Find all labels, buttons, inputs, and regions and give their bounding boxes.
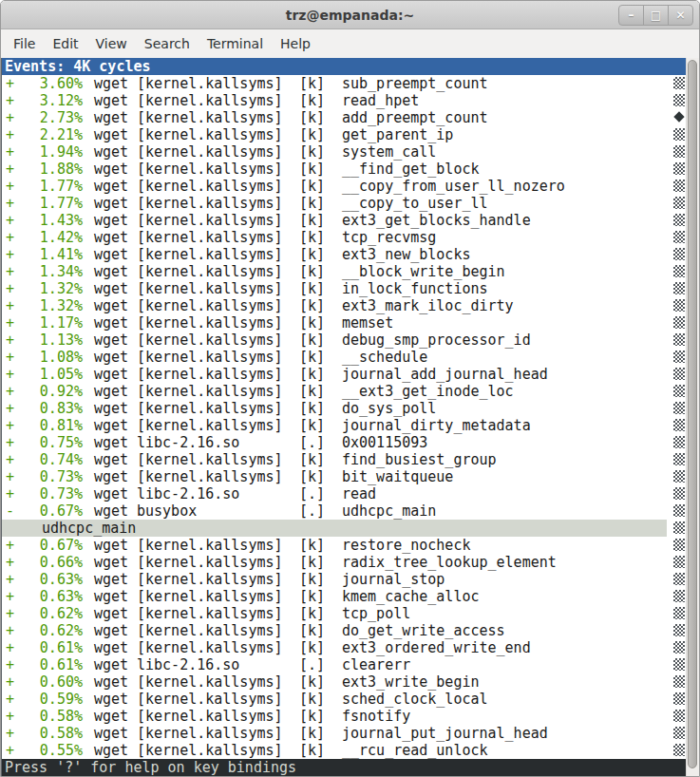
menu-item-help[interactable]: Help xyxy=(272,32,319,55)
expand-marker[interactable]: + xyxy=(6,280,14,297)
expand-marker[interactable]: + xyxy=(6,537,14,554)
expand-marker[interactable]: - xyxy=(6,502,14,520)
expand-marker[interactable]: + xyxy=(6,708,14,725)
expand-marker[interactable]: + xyxy=(6,246,14,263)
expand-marker[interactable]: + xyxy=(6,656,14,673)
expand-marker[interactable]: + xyxy=(6,92,14,109)
expand-marker[interactable]: + xyxy=(6,195,14,212)
perf-row[interactable]: + 0.58% wget [kernel.kallsyms] [k] journ… xyxy=(2,725,687,742)
expand-marker[interactable]: + xyxy=(6,673,14,691)
perf-row[interactable]: + 1.41% wget [kernel.kallsyms] [k] ext3_… xyxy=(2,246,687,263)
overhead-percent: 0.62% xyxy=(14,622,83,639)
expand-marker[interactable]: + xyxy=(6,451,14,468)
perf-row[interactable]: + 1.08% wget [kernel.kallsyms] [k] __sch… xyxy=(2,349,687,366)
symbol-type: [.] xyxy=(299,656,325,673)
overhead-percent: 0.61% xyxy=(14,639,83,656)
expand-marker[interactable]: + xyxy=(6,263,14,280)
perf-row[interactable]: + 1.32% wget [kernel.kallsyms] [k] in_lo… xyxy=(2,280,687,297)
menu-item-edit[interactable]: Edit xyxy=(44,32,86,55)
menu-item-terminal[interactable]: Terminal xyxy=(199,32,272,55)
perf-row[interactable]: + 1.17% wget [kernel.kallsyms] [k] memse… xyxy=(2,314,687,332)
shared-object: [kernel.kallsyms] xyxy=(137,349,282,366)
perf-row[interactable]: + 0.66% wget [kernel.kallsyms] [k] radix… xyxy=(2,554,687,571)
expand-marker[interactable]: + xyxy=(6,366,14,383)
row-scrollbar-thumb-diamond-icon xyxy=(673,111,685,123)
perf-row[interactable]: + 0.92% wget [kernel.kallsyms] [k] __ext… xyxy=(2,383,687,400)
maximize-button[interactable]: □ xyxy=(643,5,669,26)
expand-marker[interactable]: + xyxy=(6,229,14,246)
perf-row[interactable]: + 0.81% wget [kernel.kallsyms] [k] journ… xyxy=(2,417,687,434)
menu-item-search[interactable]: Search xyxy=(136,32,199,55)
expand-marker[interactable]: + xyxy=(6,605,14,622)
perf-row[interactable]: + 1.42% wget [kernel.kallsyms] [k] tcp_r… xyxy=(2,229,687,246)
perf-row[interactable]: + 3.12% wget [kernel.kallsyms] [k] read_… xyxy=(2,92,687,109)
expand-marker[interactable]: + xyxy=(6,434,14,451)
expand-marker[interactable]: + xyxy=(6,588,14,605)
expand-marker[interactable]: + xyxy=(6,639,14,656)
perf-row[interactable]: + 3.60% wget [kernel.kallsyms] [k] sub_p… xyxy=(2,75,687,92)
symbol-type: [k] xyxy=(299,691,325,708)
expand-marker[interactable]: + xyxy=(6,691,14,708)
expand-marker[interactable]: + xyxy=(6,725,14,742)
expand-marker[interactable]: + xyxy=(6,400,14,417)
titlebar[interactable]: trz@empanada:~ –□✕ xyxy=(1,1,699,29)
perf-row[interactable]: + 0.61% wget libc-2.16.so [.] clearerr xyxy=(2,656,687,673)
perf-row[interactable]: + 0.83% wget [kernel.kallsyms] [k] do_sy… xyxy=(2,400,687,417)
perf-row[interactable]: + 0.62% wget [kernel.kallsyms] [k] do_ge… xyxy=(2,622,687,639)
perf-row[interactable]: + 0.73% wget libc-2.16.so [.] read xyxy=(2,485,687,502)
terminal-window: trz@empanada:~ –□✕ FileEditViewSearchTer… xyxy=(0,0,700,777)
perf-child-row[interactable]: udhcpc_main xyxy=(2,520,687,537)
perf-row[interactable]: + 1.43% wget [kernel.kallsyms] [k] ext3_… xyxy=(2,212,687,229)
perf-row[interactable]: + 1.13% wget [kernel.kallsyms] [k] debug… xyxy=(2,332,687,349)
expand-marker[interactable]: + xyxy=(6,297,14,314)
perf-row[interactable]: + 0.67% wget [kernel.kallsyms] [k] resto… xyxy=(2,537,687,554)
perf-row[interactable]: + 2.21% wget [kernel.kallsyms] [k] get_p… xyxy=(2,126,687,143)
shared-object: [kernel.kallsyms] xyxy=(137,691,282,708)
expand-marker[interactable]: + xyxy=(6,126,14,143)
minimize-button[interactable]: – xyxy=(618,5,644,26)
expand-marker[interactable]: + xyxy=(6,75,14,92)
expand-marker[interactable]: + xyxy=(6,554,14,571)
expand-marker[interactable]: + xyxy=(6,143,14,161)
expand-marker[interactable]: + xyxy=(6,622,14,639)
perf-row[interactable]: + 1.88% wget [kernel.kallsyms] [k] __fin… xyxy=(2,161,687,178)
expand-marker[interactable]: + xyxy=(6,332,14,349)
perf-row[interactable]: + 1.32% wget [kernel.kallsyms] [k] ext3_… xyxy=(2,297,687,314)
menu-item-view[interactable]: View xyxy=(87,32,136,55)
perf-row[interactable]: + 0.59% wget [kernel.kallsyms] [k] sched… xyxy=(2,691,687,708)
perf-row[interactable]: + 1.94% wget [kernel.kallsyms] [k] syste… xyxy=(2,143,687,161)
gtk-scrollbar-thumb[interactable] xyxy=(688,60,697,768)
perf-row[interactable]: + 0.61% wget [kernel.kallsyms] [k] ext3_… xyxy=(2,639,687,656)
perf-row[interactable]: + 0.58% wget [kernel.kallsyms] [k] fsnot… xyxy=(2,708,687,725)
expand-marker[interactable]: + xyxy=(6,571,14,588)
perf-row[interactable]: + 0.55% wget [kernel.kallsyms] [k] __rcu… xyxy=(2,742,687,759)
close-button[interactable]: ✕ xyxy=(668,5,693,26)
expand-marker[interactable]: + xyxy=(6,417,14,434)
expand-marker[interactable]: + xyxy=(6,109,14,126)
expand-marker[interactable]: + xyxy=(6,383,14,400)
expand-marker[interactable]: + xyxy=(6,485,14,502)
expand-marker[interactable]: + xyxy=(6,468,14,485)
perf-row[interactable]: - 0.67% wget busybox [.] udhcpc_main xyxy=(2,502,687,520)
expand-marker[interactable]: + xyxy=(6,349,14,366)
perf-row[interactable]: + 1.77% wget [kernel.kallsyms] [k] __cop… xyxy=(2,178,687,195)
expand-marker[interactable]: + xyxy=(6,178,14,195)
perf-row[interactable]: + 0.74% wget [kernel.kallsyms] [k] find_… xyxy=(2,451,687,468)
perf-row[interactable]: + 1.77% wget [kernel.kallsyms] [k] __cop… xyxy=(2,195,687,212)
expand-marker[interactable]: + xyxy=(6,161,14,178)
perf-row[interactable]: + 0.75% wget libc-2.16.so [.] 0x00115093 xyxy=(2,434,687,451)
perf-row[interactable]: + 2.73% wget [kernel.kallsyms] [k] add_p… xyxy=(2,109,687,126)
perf-row[interactable]: + 0.63% wget [kernel.kallsyms] [k] journ… xyxy=(2,571,687,588)
perf-row[interactable]: + 0.73% wget [kernel.kallsyms] [k] bit_w… xyxy=(2,468,687,485)
expand-marker[interactable]: + xyxy=(6,742,14,759)
gtk-scrollbar-track[interactable] xyxy=(686,58,699,776)
expand-marker[interactable]: + xyxy=(6,212,14,229)
shared-object: [kernel.kallsyms] xyxy=(137,109,282,126)
perf-row[interactable]: + 0.62% wget [kernel.kallsyms] [k] tcp_p… xyxy=(2,605,687,622)
menu-item-file[interactable]: File xyxy=(5,32,44,55)
perf-row[interactable]: + 1.34% wget [kernel.kallsyms] [k] __blo… xyxy=(2,263,687,280)
perf-row[interactable]: + 0.63% wget [kernel.kallsyms] [k] kmem_… xyxy=(2,588,687,605)
expand-marker[interactable]: + xyxy=(6,314,14,332)
perf-row[interactable]: + 0.60% wget [kernel.kallsyms] [k] ext3_… xyxy=(2,673,687,691)
perf-row[interactable]: + 1.05% wget [kernel.kallsyms] [k] journ… xyxy=(2,366,687,383)
